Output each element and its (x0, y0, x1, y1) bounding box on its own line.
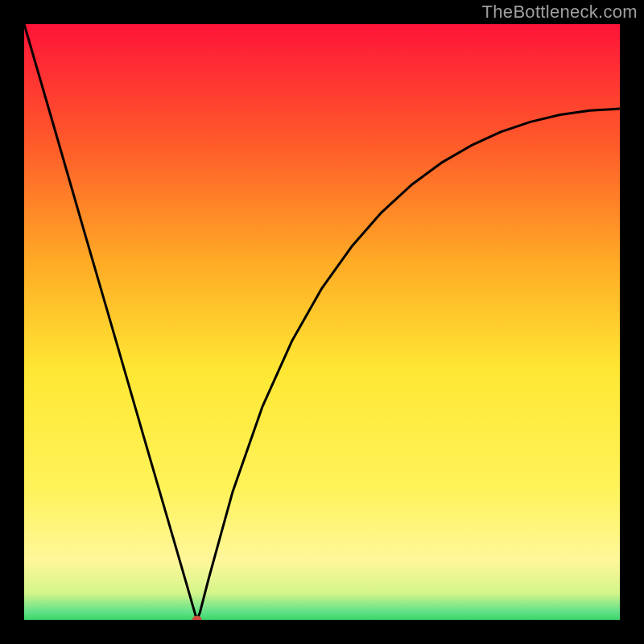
chart-frame: TheBottleneck.com (0, 0, 644, 644)
bottleneck-chart (24, 24, 620, 620)
watermark-text: TheBottleneck.com (482, 2, 638, 23)
gradient-background (24, 24, 620, 620)
plot-area (24, 24, 620, 620)
